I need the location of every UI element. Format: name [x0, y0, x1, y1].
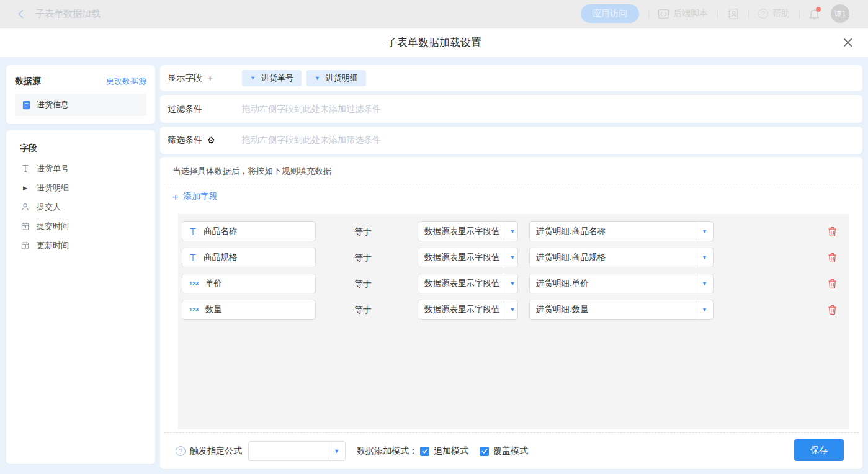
display-fields-row: 显示字段 + ▼ 进货单号 ▼ 进货明细 [160, 65, 862, 91]
dialog-title: 子表单数据加载设置 [387, 35, 481, 50]
screening-dropzone[interactable]: 拖动左侧字段到此处来添加筛选条件 [242, 135, 381, 146]
dialog-footer: ? 触发指定公式 ▼ 数据添加模式： 追加模式 覆盖模式 保存 [160, 433, 862, 469]
plus-icon: + [172, 192, 179, 202]
rule-field-input[interactable]: 商品规格 [182, 248, 316, 267]
question-circle-icon[interactable]: ? [176, 446, 186, 456]
rules-panel: 商品名称 等于 数据源表显示字段值 ▼ 进货明细.商品名称 ▼ 商品规格 等于 … [178, 214, 849, 429]
topbar-actions: 应用访问 后端脚本 ? 帮助 [581, 4, 868, 23]
source-value-dropdown[interactable]: 数据源表显示字段值 ▼ [418, 274, 518, 293]
target-field-dropdown[interactable]: 进货明细.商品名称 ▼ [529, 221, 714, 241]
datasource-title: 数据源 [15, 76, 41, 87]
mode-label: 数据添加模式： [357, 445, 418, 457]
display-field-tag[interactable]: ▼ 进货明细 [306, 70, 366, 86]
contacts-icon [727, 8, 739, 20]
chevron-down-icon: ▼ [702, 280, 707, 287]
close-icon [843, 37, 853, 48]
subform-field-icon: ▶ [20, 185, 30, 191]
mode-checkbox[interactable]: 追加模式 [420, 445, 468, 457]
source-value-dropdown[interactable]: 数据源表显示字段值 ▼ [418, 300, 518, 320]
add-display-field-icon[interactable]: + [207, 73, 213, 84]
gear-icon[interactable]: ⚙ [207, 136, 215, 145]
source-value-dropdown[interactable]: 数据源表显示字段值 ▼ [418, 221, 518, 241]
divider [799, 9, 800, 19]
divider [648, 9, 649, 19]
close-button[interactable] [843, 37, 853, 48]
notifications-button[interactable] [809, 8, 820, 20]
target-field-dropdown[interactable]: 进货明细.商品规格 ▼ [529, 248, 714, 267]
rule-row: 123 数量 等于 数据源表显示字段值 ▼ 进货明细.数量 ▼ [178, 300, 849, 320]
document-icon [22, 101, 31, 110]
rule-row: 商品规格 等于 数据源表显示字段值 ▼ 进货明细.商品规格 ▼ [178, 248, 849, 267]
chevron-down-icon: ▼ [510, 306, 516, 313]
display-field-tag[interactable]: ▼ 进货单号 [242, 70, 302, 86]
checkbox-checked-icon [420, 447, 429, 456]
add-field-button[interactable]: + 添加字段 [172, 191, 218, 202]
screening-label: 筛选条件 [168, 135, 202, 146]
divider [748, 9, 749, 19]
source-value-dropdown[interactable]: 数据源表显示字段值 ▼ [418, 248, 518, 267]
delete-row-icon[interactable] [828, 253, 837, 263]
field-list-item[interactable]: 提交时间 [6, 217, 155, 236]
chevron-down-icon: ▼ [510, 280, 516, 287]
help-label: 帮助 [772, 8, 790, 19]
field-list-item[interactable]: 进货单号 [6, 159, 155, 178]
rule-field-input[interactable]: 123 数量 [182, 300, 316, 320]
chevron-down-icon: ▼ [334, 448, 339, 454]
number-field-icon: 123 [189, 280, 199, 287]
chevron-down-icon: ▼ [315, 75, 320, 81]
operator-label: 等于 [354, 300, 372, 320]
chevron-down-icon: ▼ [510, 254, 516, 261]
mode-options: 追加模式 覆盖模式 [418, 445, 528, 457]
field-list: 进货单号 ▶ 进货明细 提交人 提交时间 更新时间 [6, 159, 155, 255]
rule-field-input[interactable]: 123 单价 [182, 274, 316, 293]
field-list-item[interactable]: 提交人 [6, 197, 155, 217]
help-button[interactable]: ? 帮助 [758, 8, 790, 19]
datasource-item[interactable]: 进货信息 [15, 94, 146, 116]
backend-script-button[interactable]: 后端脚本 [658, 8, 708, 19]
display-fields-label: 显示字段 [168, 73, 202, 84]
chevron-down-icon: ▼ [510, 228, 516, 235]
fill-rules-card: 当选择具体数据后，将按如下规则填充数据 + 添加字段 商品名称 等于 数据源表显… [160, 157, 862, 469]
fields-title: 字段 [6, 130, 155, 159]
backend-script-label: 后端脚本 [673, 8, 708, 19]
add-field-label: 添加字段 [183, 191, 218, 202]
filter-dropzone[interactable]: 拖动左侧字段到此处来添加过滤条件 [242, 104, 381, 115]
chevron-down-icon: ▼ [702, 254, 707, 261]
app-access-button[interactable]: 应用访问 [581, 4, 639, 23]
target-field-dropdown[interactable]: 进货明细.数量 ▼ [529, 300, 714, 320]
target-field-dropdown[interactable]: 进货明细.单价 ▼ [529, 274, 714, 293]
divider [717, 9, 718, 19]
datasource-item-label: 进货信息 [37, 99, 69, 110]
page-title: 子表单数据加载 [35, 8, 101, 20]
notification-badge [816, 7, 821, 12]
operator-label: 等于 [354, 221, 372, 241]
chevron-down-icon: ▼ [250, 75, 256, 81]
save-button[interactable]: 保存 [794, 439, 844, 461]
field-list-item[interactable]: ▶ 进货明细 [6, 178, 155, 197]
chevron-left-icon [17, 9, 24, 19]
text-field-icon [20, 164, 30, 172]
datasource-panel: 数据源 更改数据源 进货信息 [6, 65, 155, 124]
rules-intro-text: 当选择具体数据后，将按如下规则填充数据 [160, 157, 862, 177]
delete-row-icon[interactable] [828, 226, 837, 237]
filter-label: 过滤条件 [168, 104, 202, 115]
display-field-tags: ▼ 进货单号 ▼ 进货明细 [242, 70, 366, 86]
operator-label: 等于 [354, 274, 372, 293]
text-field-icon [189, 228, 197, 236]
field-list-item[interactable]: 更新时间 [6, 236, 155, 255]
operator-label: 等于 [354, 248, 372, 267]
mode-checkbox[interactable]: 覆盖模式 [480, 445, 528, 457]
delete-row-icon[interactable] [828, 279, 837, 289]
avatar[interactable]: 谭1 [831, 4, 849, 23]
fields-panel: 字段 进货单号 ▶ 进货明细 提交人 提交时间 更新时间 [6, 130, 155, 464]
screening-condition-row: 筛选条件 ⚙ 拖动左侧字段到此处来添加筛选条件 [160, 127, 862, 154]
contacts-button[interactable] [727, 8, 739, 20]
text-field-icon [189, 254, 197, 262]
formula-select[interactable]: ▼ [248, 441, 346, 461]
delete-row-icon[interactable] [828, 305, 837, 315]
chevron-down-icon: ▼ [702, 228, 707, 235]
rule-field-input[interactable]: 商品名称 [182, 221, 316, 241]
back-button[interactable] [17, 9, 24, 19]
divider [164, 184, 859, 184]
change-datasource-link[interactable]: 更改数据源 [106, 76, 146, 87]
